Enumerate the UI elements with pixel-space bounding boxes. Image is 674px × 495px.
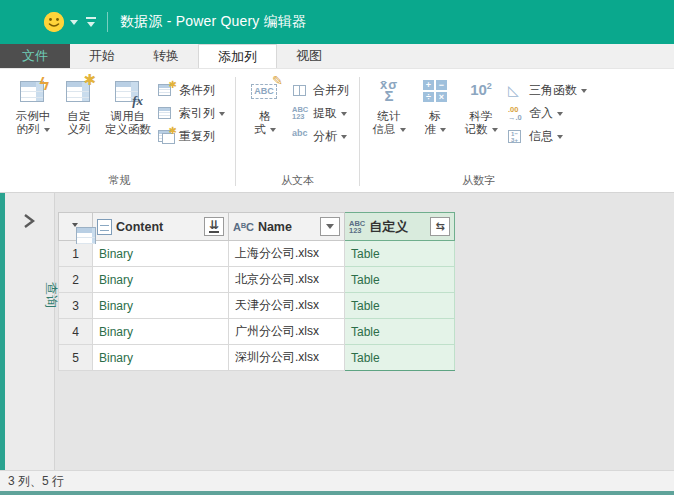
triangle-icon: ◺: [508, 83, 525, 98]
dropdown-arrow-icon: [270, 128, 276, 132]
queries-pane-label[interactable]: 查询: [0, 278, 60, 312]
any-type-icon: ABC123: [349, 220, 365, 234]
combine-files-button[interactable]: ⇊: [204, 217, 224, 236]
index-column-icon: [158, 106, 175, 121]
window-title: 数据源 - Power Query 编辑器: [120, 13, 306, 31]
dropdown-arrow-icon: [581, 89, 587, 93]
cell-custom[interactable]: Table: [345, 345, 455, 371]
column-from-examples-button[interactable]: ϟ 示例中 的列: [10, 73, 56, 138]
dropdown-arrow-icon: [219, 112, 225, 116]
format-abc-pencil-icon: ABC ✎: [251, 78, 279, 106]
row-number[interactable]: 4: [59, 319, 93, 345]
tab-file[interactable]: 文件: [0, 44, 70, 68]
invoke-custom-function-button[interactable]: fx 调用自 定义函数: [102, 73, 154, 138]
power-query-editor-window: 数据源 - Power Query 编辑器 文件 开始 转换 添加列 视图 ϟ …: [0, 0, 674, 495]
table-row: 4 Binary 广州分公司.xlsx Table: [59, 319, 455, 345]
merge-columns-button[interactable]: 合并列: [288, 79, 353, 102]
ribbon-group-separator: [235, 77, 236, 186]
dropdown-arrow-icon: [44, 128, 50, 132]
group-label-from-text: 从文本: [242, 171, 353, 192]
data-preview-grid: Content ⇊ AᴮC Name: [58, 212, 455, 371]
column-header-name[interactable]: AᴮC Name: [229, 213, 345, 241]
trigonometry-button[interactable]: ◺ 三角函数: [504, 79, 591, 102]
index-column-button[interactable]: 索引列: [154, 102, 229, 125]
titlebar-separator: [107, 12, 108, 32]
conditional-column-icon: ✱: [158, 83, 175, 98]
quick-access-toolbar-icon[interactable]: [85, 17, 97, 27]
cell-content[interactable]: Binary: [93, 319, 229, 345]
dropdown-arrow-icon: [440, 128, 446, 132]
dropdown-arrow-icon: [557, 112, 563, 116]
expand-column-button[interactable]: ⇆: [430, 217, 450, 236]
statistics-sigma-icon: x̄σ Σ: [375, 78, 403, 106]
row-number[interactable]: 1: [59, 241, 93, 267]
rounding-icon: .00→.0: [508, 106, 525, 121]
custom-column-button[interactable]: ✱ 自定 义列: [56, 73, 102, 138]
merge-columns-icon: [292, 83, 309, 98]
ribbon-group-general: ϟ 示例中 的列 ✱ 自定 义列 fx 调用自 定: [6, 73, 233, 192]
row-number[interactable]: 5: [59, 345, 93, 371]
queries-pane-collapsed: 查询: [5, 193, 55, 470]
parse-button[interactable]: abc 分析: [288, 125, 353, 148]
cell-custom[interactable]: Table: [345, 267, 455, 293]
cell-content[interactable]: Binary: [93, 345, 229, 371]
column-header-content[interactable]: Content ⇊: [93, 213, 229, 241]
ribbon-group-from-text: ABC ✎ 格 式 合并列 ABC123 提取: [238, 73, 357, 192]
title-bar: 数据源 - Power Query 编辑器: [0, 0, 674, 44]
format-button[interactable]: ABC ✎ 格 式: [242, 73, 288, 138]
table-row: 1 Binary 上海分公司.xlsx Table: [59, 241, 455, 267]
table-fx-icon: fx: [114, 78, 142, 106]
conditional-column-button[interactable]: ✱ 条件列: [154, 79, 229, 102]
ribbon-tab-strip: 文件 开始 转换 添加列 视图: [0, 44, 674, 69]
standard-button[interactable]: +− ÷× 标 准: [412, 73, 458, 138]
table-menu-button[interactable]: [59, 213, 93, 241]
duplicate-column-button[interactable]: ✱ 重复列: [154, 125, 229, 148]
ten-squared-icon: 102: [467, 78, 495, 106]
cell-content[interactable]: Binary: [93, 293, 229, 319]
filter-button[interactable]: [320, 217, 340, 236]
text-type-icon: AᴮC: [233, 221, 254, 233]
expand-pane-chevron-icon[interactable]: [19, 211, 39, 231]
filter-arrow-icon: [326, 224, 334, 229]
extract-button[interactable]: ABC123 提取: [288, 102, 353, 125]
tab-home[interactable]: 开始: [70, 44, 134, 68]
window-bottom-border: [0, 491, 674, 495]
smiley-dropdown-icon[interactable]: [70, 20, 78, 25]
dropdown-arrow-icon: [72, 223, 78, 227]
column-header-custom[interactable]: ABC123 自定义 ⇆: [345, 213, 455, 241]
table-row: 2 Binary 北京分公司.xlsx Table: [59, 267, 455, 293]
tab-view[interactable]: 视图: [277, 44, 341, 68]
cell-name[interactable]: 深圳分公司.xlsx: [229, 345, 345, 371]
table-row: 5 Binary 深圳分公司.xlsx Table: [59, 345, 455, 371]
tab-add-column[interactable]: 添加列: [198, 44, 277, 68]
dropdown-arrow-icon: [492, 128, 498, 132]
cell-custom[interactable]: Table: [345, 293, 455, 319]
ribbon-group-separator: [359, 77, 360, 186]
cell-custom[interactable]: Table: [345, 319, 455, 345]
cell-name[interactable]: 北京分公司.xlsx: [229, 267, 345, 293]
cell-content[interactable]: Binary: [93, 267, 229, 293]
scientific-button[interactable]: 102 科学 记数: [458, 73, 504, 138]
information-button[interactable]: 1−3+ 信息: [504, 125, 591, 148]
extract-abc123-icon: ABC123: [292, 106, 309, 121]
grid-header-row: Content ⇊ AᴮC Name: [59, 213, 455, 241]
feedback-smiley-icon[interactable]: [44, 12, 64, 32]
binary-type-icon: [97, 219, 112, 235]
cell-name[interactable]: 上海分公司.xlsx: [229, 241, 345, 267]
group-label-general: 常规: [10, 171, 229, 192]
parse-abc-icon: abc: [292, 129, 309, 144]
grid-dimensions-status: 3 列、5 行: [8, 473, 64, 490]
tab-transform[interactable]: 转换: [134, 44, 198, 68]
cell-custom[interactable]: Table: [345, 241, 455, 267]
dropdown-arrow-icon: [341, 135, 347, 139]
row-number[interactable]: 2: [59, 267, 93, 293]
ribbon: ϟ 示例中 的列 ✱ 自定 义列 fx 调用自 定: [0, 69, 674, 193]
table-star-icon: ✱: [65, 78, 93, 106]
group-label-from-number: 从数字: [366, 171, 591, 192]
cell-content[interactable]: Binary: [93, 241, 229, 267]
cell-name[interactable]: 广州分公司.xlsx: [229, 319, 345, 345]
cell-name[interactable]: 天津分公司.xlsx: [229, 293, 345, 319]
rounding-button[interactable]: .00→.0 舍入: [504, 102, 591, 125]
statistics-button[interactable]: x̄σ Σ 统计 信息: [366, 73, 412, 138]
row-number[interactable]: 3: [59, 293, 93, 319]
